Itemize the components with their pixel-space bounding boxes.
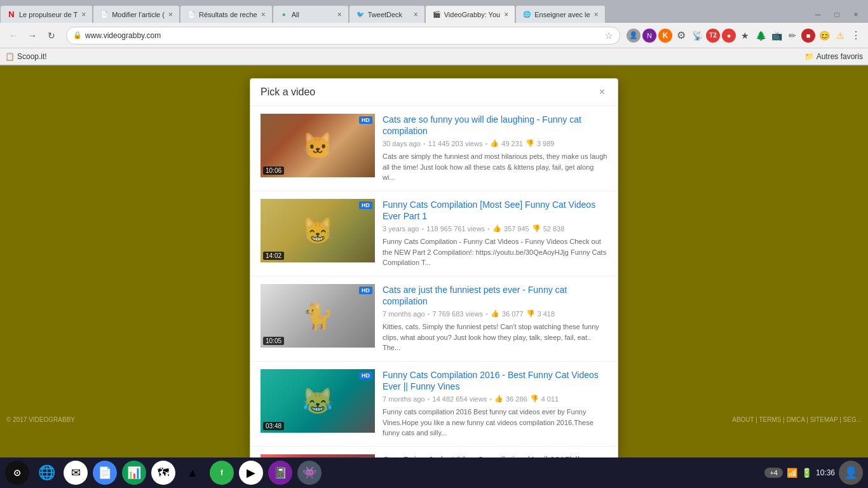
video-desc-3: Kitties, cats. Simply the funniest pets!… (383, 322, 607, 353)
cat-emoji-2: 😸 (302, 215, 334, 245)
star-ext-icon[interactable]: ★ (738, 29, 752, 43)
all-favicon: ● (280, 10, 288, 19)
menu-icon[interactable]: ⋮ (849, 29, 863, 43)
enseigner-favicon: 🌐 (522, 10, 531, 19)
video-title-2[interactable]: Funny Cats Compilation [Most See] Funny … (383, 199, 607, 222)
scoopit-label: Scoop.it! (17, 52, 47, 61)
cat-emoji-1: 🐱 (302, 131, 334, 161)
onenote-icon[interactable]: N (642, 29, 656, 43)
video-info-2: Funny Cats Compilation [Most See] Funny … (383, 199, 607, 268)
tab-resultats-close[interactable]: × (261, 10, 266, 19)
video-views-1: 11 445 203 views (428, 140, 483, 147)
tab-enseigner-close[interactable]: × (594, 10, 599, 19)
tree-icon[interactable]: 🌲 (754, 29, 768, 43)
cat-emoji-3: 🐈 (302, 301, 334, 330)
url-input[interactable] (85, 31, 605, 40)
thumbnail-3: 🐈 HD 10:05 (261, 284, 375, 348)
video-dislikes-1: 3 989 (537, 140, 555, 147)
video-title-4[interactable]: Funny Cats Compilation 2016 - Best Funny… (383, 369, 607, 392)
taskbar-chrome[interactable]: 🌐 (34, 461, 58, 485)
tab-resultats-label: Résultats de reche (199, 11, 257, 18)
video-info-1: Cats are so funny you will die laughing … (383, 114, 607, 183)
tab-videograbby[interactable]: 🎬 VideoGrabby: You × (425, 5, 516, 23)
battery-icon: 🔋 (801, 468, 812, 478)
browser-chrome: N Le propulseur de T × 📄 Modifier l'arti… (0, 0, 868, 65)
taskbar: ⊙ 🌐 ✉ 📄 📊 🗺 ▲ f ▶ 📓 👾 +4 📶 🔋 10:36 👤 (0, 458, 868, 488)
tab-tweetdeck[interactable]: 🐦 TweetDeck × (349, 5, 425, 23)
bookmark-scoopit[interactable]: 📋 Scoop.it! (5, 52, 47, 61)
taskbar-launcher[interactable]: ⊙ (5, 461, 29, 485)
taskbar-alien[interactable]: 👾 (297, 461, 322, 485)
modal-body[interactable]: 🐱 HD 10:06 Cats are so funny you will di… (250, 106, 618, 459)
tab-modifier-close[interactable]: × (168, 10, 173, 19)
modal-close-button[interactable]: × (597, 86, 607, 98)
video-views-3: 7 769 683 views (433, 310, 484, 318)
tab-resultats[interactable]: 📄 Résultats de reche × (180, 5, 273, 23)
video-meta-3: 7 months ago • 7 769 683 views • 👍 36 07… (383, 309, 607, 318)
taskbar-drive[interactable]: ▲ (180, 461, 205, 485)
translate-icon[interactable]: T2 (706, 29, 720, 43)
video-title-1[interactable]: Cats are so funny you will die laughing … (383, 114, 607, 137)
video-desc-1: Cats are simply the funniest and most hi… (383, 151, 607, 183)
taskbar-docs[interactable]: 📄 (93, 461, 117, 485)
modifier-favicon: 📄 (100, 10, 109, 19)
taskbar-maps[interactable]: 🗺 (151, 461, 175, 485)
taskbar-right: +4 📶 🔋 10:36 👤 (764, 461, 863, 485)
video-age-1: 30 days ago (383, 140, 421, 147)
face-ext-icon[interactable]: 😊 (817, 29, 831, 43)
wifi-icon: 📶 (787, 468, 797, 478)
tab-netflix-close[interactable]: × (81, 10, 86, 19)
maximize-button[interactable]: □ (829, 6, 845, 23)
video-dislikes-2: 52 838 (543, 225, 565, 233)
taskbar-time: 10:36 (816, 468, 835, 477)
thumbdown-icon-4: 👎 (530, 395, 539, 403)
bookmark-star-icon[interactable]: ☆ (605, 30, 613, 41)
netflix-favicon: N (7, 10, 16, 19)
tab-enseigner-label: Enseigner avec le (534, 11, 590, 18)
red-ext-icon[interactable]: ■ (801, 29, 815, 43)
video-item[interactable]: 😹 HD 03:48 Funny Cats Compilation 2016 -… (250, 362, 618, 447)
warning-icon[interactable]: ⚠ (833, 29, 847, 43)
taskbar-notes[interactable]: 📓 (268, 461, 292, 485)
tab-enseigner[interactable]: 🌐 Enseigner avec le × (515, 5, 605, 23)
taskbar-notification-count[interactable]: +4 (764, 468, 783, 478)
reload-button[interactable]: ↻ (43, 27, 60, 44)
tab-netflix[interactable]: N Le propulseur de T × (0, 5, 93, 23)
back-button[interactable]: ← (5, 27, 22, 44)
forward-button[interactable]: → (24, 27, 41, 44)
taskbar-avatar[interactable]: 👤 (839, 461, 863, 485)
videograbby-favicon: 🎬 (432, 10, 441, 19)
pencil-icon[interactable]: ✏ (785, 29, 799, 43)
video-views-4: 14 482 654 views (433, 395, 487, 403)
karma-icon[interactable]: K (658, 29, 672, 43)
video-item[interactable]: 🐈 HD 10:05 Cats are just the funniest pe… (250, 276, 618, 362)
rss-icon[interactable]: 📡 (690, 29, 704, 43)
tab-all[interactable]: ● All × (273, 5, 349, 23)
video-item[interactable]: 😸 HD 14:02 Funny Cats Compilation [Most … (250, 191, 618, 276)
video-title-3[interactable]: Cats are just the funniest pets ever - F… (383, 284, 607, 307)
video-item[interactable]: 🐱 HD 10:06 Cats are so funny you will di… (250, 106, 618, 191)
minimize-button[interactable]: ─ (810, 6, 826, 23)
taskbar-gmail[interactable]: ✉ (64, 461, 88, 485)
video-dislikes-3: 3 418 (538, 310, 555, 318)
lock-icon: 🔒 (73, 31, 82, 39)
recorder-icon[interactable]: ● (722, 29, 736, 43)
tab-all-close[interactable]: × (337, 10, 342, 19)
profile-icon[interactable]: 👤 (627, 29, 641, 43)
pick-video-modal: Pick a video × 🐱 HD 10:06 Cats are so fu… (250, 78, 618, 459)
ext1-icon[interactable]: ⚙ (674, 29, 688, 43)
taskbar-play[interactable]: ▶ (239, 461, 263, 485)
bookmark-autres[interactable]: 📁 Autres favoris (804, 52, 863, 61)
thumbdown-icon-1: 👎 (526, 139, 534, 147)
address-bar[interactable]: 🔒 ☆ (66, 27, 620, 44)
tab-videograbby-close[interactable]: × (504, 10, 508, 19)
scoopit-favicon: 📋 (5, 52, 15, 61)
cast-icon[interactable]: 📺 (770, 29, 783, 43)
toolbar-icons: 👤 N K ⚙ 📡 T2 ● ★ 🌲 📺 ✏ ■ 😊 ⚠ ⋮ (627, 29, 863, 43)
tab-modifier[interactable]: 📄 Modifier l'article ( × (93, 5, 180, 23)
close-window-button[interactable]: × (848, 6, 864, 23)
video-likes-1: 49 231 (501, 140, 523, 147)
taskbar-sheets[interactable]: 📊 (122, 461, 146, 485)
taskbar-feedly[interactable]: f (210, 461, 234, 485)
tab-tweetdeck-close[interactable]: × (414, 10, 418, 19)
